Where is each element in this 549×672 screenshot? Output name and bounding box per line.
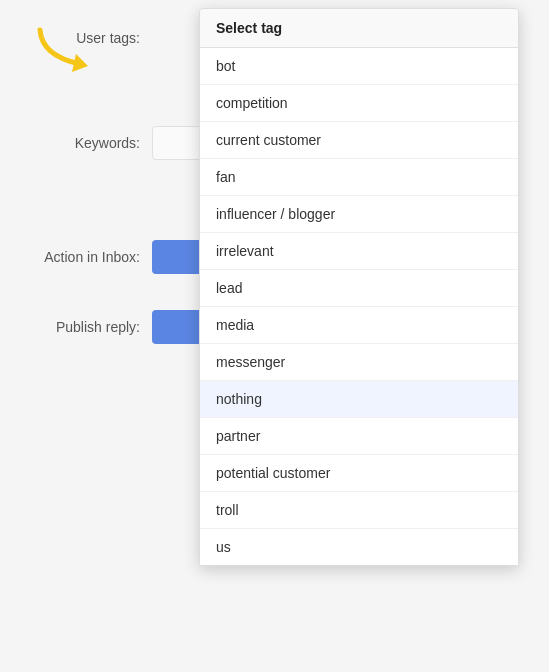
keywords-label: Keywords:: [20, 135, 140, 151]
publish-reply-label: Publish reply:: [20, 319, 140, 335]
tag-option-potential_customer[interactable]: potential customer: [200, 455, 518, 492]
dropdown-title: Select tag: [216, 20, 282, 36]
page-background: User tags: Keywords: Action in Inbox: Pu…: [0, 0, 549, 672]
tag-option-messenger[interactable]: messenger: [200, 344, 518, 381]
tag-option-nothing[interactable]: nothing: [200, 381, 518, 418]
tag-option-troll[interactable]: troll: [200, 492, 518, 529]
dropdown-list[interactable]: botcompetitioncurrent customerfaninfluen…: [200, 48, 518, 565]
dropdown-header: Select tag: [200, 9, 518, 48]
tag-option-partner[interactable]: partner: [200, 418, 518, 455]
tag-option-media[interactable]: media: [200, 307, 518, 344]
tag-option-influencer_blogger[interactable]: influencer / blogger: [200, 196, 518, 233]
tag-option-irrelevant[interactable]: irrelevant: [200, 233, 518, 270]
tag-option-fan[interactable]: fan: [200, 159, 518, 196]
tag-option-competition[interactable]: competition: [200, 85, 518, 122]
action-inbox-label: Action in Inbox:: [20, 249, 140, 265]
arrow-icon: [32, 18, 104, 82]
tag-option-current_customer[interactable]: current customer: [200, 122, 518, 159]
tag-option-us[interactable]: us: [200, 529, 518, 565]
svg-marker-0: [72, 54, 88, 72]
tag-option-bot[interactable]: bot: [200, 48, 518, 85]
tag-dropdown: Select tag botcompetitioncurrent custome…: [199, 8, 519, 566]
tag-option-lead[interactable]: lead: [200, 270, 518, 307]
